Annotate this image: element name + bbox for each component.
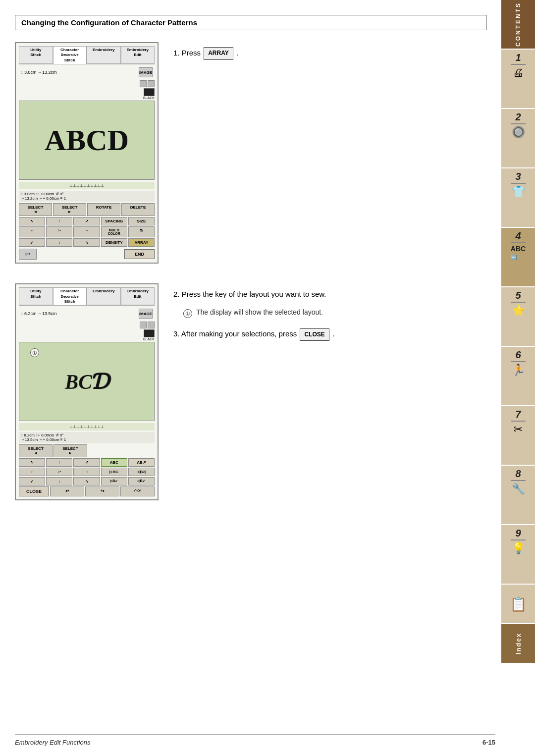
nav-num-8: 8	[515, 469, 521, 479]
layout-arc-up[interactable]: ◁B◁	[128, 468, 155, 476]
index-label: Index	[515, 633, 522, 654]
delete-btn[interactable]: DELETE	[121, 203, 155, 216]
nav-icon-1: 🖨	[513, 66, 524, 79]
nav-num-5: 5	[515, 290, 521, 300]
nav-item-1[interactable]: 1 🖨	[501, 50, 535, 109]
s2-left[interactable]: ←	[19, 468, 45, 476]
multi-color-btn[interactable]: MULTICOLOR	[101, 226, 127, 237]
nav-icon-8: 🔧	[512, 483, 525, 495]
s2-diag-dl[interactable]: ↙	[19, 477, 45, 486]
nav-item-2[interactable]: 2 🔘	[501, 109, 535, 168]
down-btn[interactable]: ↓	[46, 238, 72, 247]
s2-diag-dr[interactable]: ↘	[73, 477, 100, 486]
nav-num-1: 1	[515, 53, 521, 62]
flip-btn[interactable]: ⇅	[128, 226, 155, 237]
screen2-select-left[interactable]: SELECT◄	[19, 444, 53, 457]
layout-wave[interactable]: ▷B↙	[101, 477, 127, 486]
nav-sep-8	[511, 480, 526, 481]
color-block-2	[144, 329, 155, 337]
image-button-2[interactable]: IMAGE	[139, 309, 153, 319]
tab2-embroidery-edit[interactable]: EmbroideryEdit	[121, 287, 155, 305]
s2-up[interactable]: ↑	[46, 458, 72, 467]
select-right-btn[interactable]: SELECT►	[53, 203, 86, 216]
footer-page: 6-15	[482, 739, 495, 746]
adj-icon-1[interactable]	[140, 80, 147, 87]
adj-icon-3[interactable]	[140, 322, 147, 328]
nav-item-3[interactable]: 3 👕	[501, 168, 535, 228]
s2-down[interactable]: ↓	[46, 477, 72, 486]
spacing-btn[interactable]: SPACING	[101, 217, 127, 225]
tab2-embroidery[interactable]: Embroidery	[87, 287, 121, 305]
step2-subnote-text: The display will show the selected layou…	[196, 308, 323, 316]
tab2-utility[interactable]: UtilityStitch	[19, 287, 53, 305]
color-indicator: BLACK	[143, 88, 155, 100]
tab-utility[interactable]: UtilityStitch	[19, 46, 53, 64]
layout-wave2[interactable]: ◁B↙	[128, 477, 155, 486]
nav-icon-9: 💡	[512, 542, 525, 555]
nav-item-index[interactable]: Index	[501, 624, 535, 664]
diag-ur-btn[interactable]: ↗	[73, 217, 100, 225]
step1-rest: .	[236, 49, 238, 57]
undo-btn[interactable]: ↩	[50, 486, 84, 496]
redo-btn[interactable]: ↪	[85, 486, 119, 496]
nav-item-7[interactable]: 7 ✂	[501, 406, 535, 466]
nav-icon-5: ⭐	[512, 304, 525, 317]
screen2-arrows: ↖ ↑ ↗ ABC AB↗	[19, 458, 155, 467]
tab-character[interactable]: CharacterDecorativeStitch	[53, 46, 87, 64]
image-button[interactable]: IMAGE	[139, 67, 153, 77]
diag-ul-btn[interactable]: ↖	[19, 217, 45, 225]
bottom-icon-1[interactable]: ⊟✦	[19, 249, 37, 260]
content-top: UtilityStitch CharacterDecorativeStitch …	[15, 42, 486, 273]
nav-contents[interactable]: CONTENTS	[501, 0, 535, 50]
tab-embroidery-edit[interactable]: EmbroideryEdit	[121, 46, 155, 64]
layout-last[interactable]: ↙◁↙	[120, 486, 155, 496]
screen2-bottom: CLOSE ↩ ↪ ↙◁↙	[19, 486, 155, 496]
nav-item-4[interactable]: 4 ABC🔤	[501, 228, 535, 287]
nav-item-notes[interactable]: 📋	[501, 585, 535, 624]
s2-diag-ur[interactable]: ↗	[73, 458, 100, 467]
adj-icon-2[interactable]	[148, 80, 155, 87]
screen1-bottom: ⊟✦ END	[19, 249, 155, 260]
select-left-btn[interactable]: SELECT◄	[19, 203, 52, 216]
up-btn[interactable]: ↑	[46, 217, 72, 225]
color-label: BLACK	[143, 96, 155, 100]
close-btn[interactable]: CLOSE	[19, 486, 49, 496]
nav-item-6[interactable]: 6 🏃	[501, 347, 535, 406]
layout-arc-down[interactable]: ▷BC	[101, 468, 127, 476]
s2-center[interactable]: ↕•	[46, 468, 72, 476]
screen1-display-text: ABCD	[45, 123, 129, 158]
density-btn[interactable]: DENSITY	[101, 238, 127, 247]
nav-item-5[interactable]: 5 ⭐	[501, 287, 535, 347]
screen2-params: ↕ 6.2cm ↕+ 0.00cm ↺ 0° ↔13.5cm ↔+ 0.00cm…	[19, 432, 155, 443]
diag-dr-btn[interactable]: ↘	[73, 238, 100, 247]
left-btn[interactable]: ←	[19, 226, 45, 237]
page-title: Changing the Configuration of Character …	[15, 15, 486, 30]
nav-item-8[interactable]: 8 🔧	[501, 466, 535, 525]
diag-dl-btn[interactable]: ↙	[19, 238, 45, 247]
tab2-character[interactable]: CharacterDecorativeStitch	[53, 287, 87, 305]
screen2-select-right[interactable]: SELECT►	[54, 444, 87, 457]
layout-abc-arc[interactable]: AB↗	[128, 458, 155, 467]
s2-diag-ul[interactable]: ↖	[19, 458, 45, 467]
nav-icon-4: ABC🔤	[511, 245, 526, 261]
screen1-tabs: UtilityStitch CharacterDecorativeStitch …	[19, 46, 155, 64]
circle-num-1: ①	[183, 309, 192, 318]
adj-icon-4[interactable]	[148, 322, 155, 328]
s2-right[interactable]: →	[73, 468, 100, 476]
array-btn-1[interactable]: ARRAY	[128, 238, 155, 247]
layout-abc-straight[interactable]: ABC	[101, 458, 127, 467]
array-key-btn[interactable]: ARRAY	[204, 47, 233, 59]
center-btn[interactable]: ↕•	[46, 226, 72, 237]
screen2-info-bar: ↕ 6.2cm ↔13.5cm IMAGE	[19, 308, 155, 320]
screen2-bottom-row: ↙ ↓ ↘ ▷B↙ ◁B↙	[19, 477, 155, 486]
notes-icon: 📋	[510, 596, 527, 612]
nav-sep-9	[511, 540, 526, 540]
close-key-btn[interactable]: CLOSE	[300, 328, 329, 341]
nav-item-9[interactable]: 9 💡	[501, 525, 535, 585]
rotate-btn[interactable]: ROTATE	[87, 203, 120, 216]
size-btn[interactable]: SIZE	[128, 217, 155, 225]
right-btn[interactable]: →	[73, 226, 100, 237]
tab-embroidery[interactable]: Embroidery	[87, 46, 121, 64]
nav-sep-6	[511, 361, 526, 362]
end-btn[interactable]: END	[124, 249, 155, 259]
